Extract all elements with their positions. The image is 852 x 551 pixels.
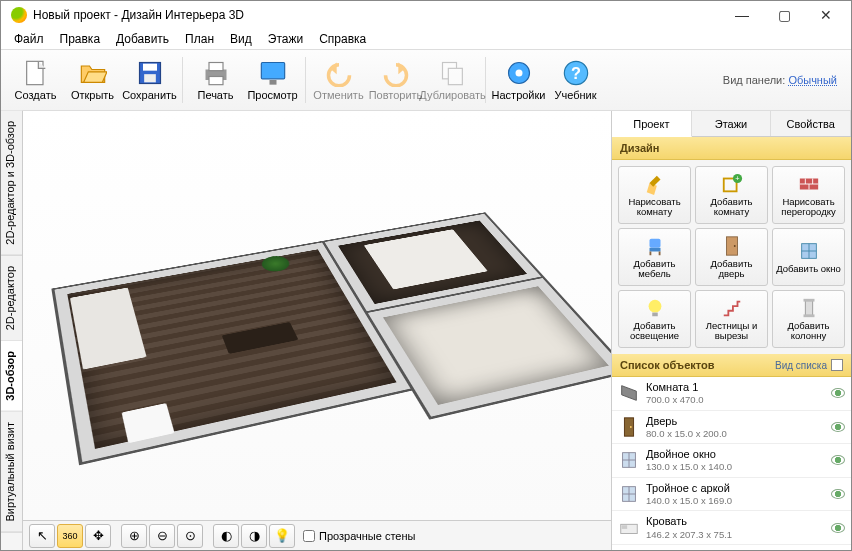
open-button[interactable]: Открыть	[64, 52, 121, 108]
monitor-icon	[259, 59, 287, 87]
tool-add-window[interactable]: Добавить окно	[772, 228, 845, 286]
window-icon	[798, 240, 820, 262]
tab-properties[interactable]: Свойства	[771, 111, 851, 136]
menu-floors[interactable]: Этажи	[261, 30, 310, 48]
object-name: Дверь	[646, 415, 825, 428]
tool-add-door[interactable]: Добавить дверь	[695, 228, 768, 286]
door-icon	[618, 416, 640, 438]
object-row[interactable]: Кровать146.2 x 207.3 x 75.1	[612, 511, 851, 545]
object-row[interactable]: Тройное с аркой140.0 x 15.0 x 169.0	[612, 478, 851, 512]
bulb-icon	[644, 297, 666, 319]
object-row[interactable]: Прикроватная тумба41.8 x 36.3 x 73.0	[612, 545, 851, 550]
redo-button[interactable]: Повторить	[367, 52, 424, 108]
svg-rect-5	[209, 63, 223, 71]
tool-draw-room[interactable]: Нарисовать комнату	[618, 166, 691, 224]
svg-rect-27	[803, 298, 814, 301]
render-mode-2[interactable]: ◑	[241, 524, 267, 548]
svg-rect-8	[269, 80, 276, 85]
svg-text:+: +	[735, 174, 739, 183]
object-dim: 130.0 x 15.0 x 140.0	[646, 461, 825, 472]
objects-header: Список объектов Вид списка	[612, 354, 851, 377]
tool-add-room[interactable]: +Добавить комнату	[695, 166, 768, 224]
svg-rect-26	[805, 300, 812, 315]
menu-view[interactable]: Вид	[223, 30, 259, 48]
right-panel: Проект Этажи Свойства Дизайн Нарисовать …	[611, 111, 851, 550]
menu-add[interactable]: Добавить	[109, 30, 176, 48]
duplicate-icon	[439, 59, 467, 87]
duplicate-button[interactable]: Дублировать	[424, 52, 481, 108]
maximize-button[interactable]: ▢	[763, 2, 805, 28]
3d-scene[interactable]	[23, 111, 611, 520]
redo-icon	[382, 59, 410, 87]
menu-edit[interactable]: Правка	[53, 30, 108, 48]
menu-help[interactable]: Справка	[312, 30, 373, 48]
zoom-fit[interactable]: ⊙	[177, 524, 203, 548]
pan-tool[interactable]: ✥	[85, 524, 111, 548]
help-button[interactable]: ?Учебник	[547, 52, 604, 108]
object-name: Прикроватная тумба	[646, 549, 825, 550]
orbit-tool[interactable]: 360	[57, 524, 83, 548]
tool-draw-wall[interactable]: Нарисовать перегородку	[772, 166, 845, 224]
lighting-tool[interactable]: 💡	[269, 524, 295, 548]
left-tabs: 2D-редактор и 3D-обзор 2D-редактор 3D-об…	[1, 111, 23, 550]
object-row[interactable]: Двойное окно130.0 x 15.0 x 140.0	[612, 444, 851, 478]
visibility-toggle[interactable]	[831, 422, 845, 432]
svg-rect-6	[209, 77, 223, 85]
list-icon[interactable]	[831, 359, 843, 371]
tab-2d3d[interactable]: 2D-редактор и 3D-обзор	[1, 111, 22, 256]
object-name: Двойное окно	[646, 448, 825, 461]
object-row[interactable]: Дверь80.0 x 15.0 x 200.0	[612, 411, 851, 445]
tab-2d[interactable]: 2D-редактор	[1, 256, 22, 341]
menu-plan[interactable]: План	[178, 30, 221, 48]
svg-point-24	[648, 299, 661, 312]
window-title: Новый проект - Дизайн Интерьера 3D	[33, 8, 244, 22]
svg-rect-10	[448, 68, 462, 84]
transparent-walls-checkbox[interactable]: Прозрачные стены	[303, 530, 415, 542]
cursor-tool[interactable]: ↖	[29, 524, 55, 548]
render-mode-1[interactable]: ◐	[213, 524, 239, 548]
save-icon	[136, 59, 164, 87]
tool-add-column[interactable]: Добавить колонну	[772, 290, 845, 348]
panel-mode-link[interactable]: Обычный	[788, 74, 837, 86]
titlebar: Новый проект - Дизайн Интерьера 3D — ▢ ✕	[1, 1, 851, 29]
undo-button[interactable]: Отменить	[310, 52, 367, 108]
svg-point-30	[630, 426, 632, 428]
object-row[interactable]: Комната 1700.0 x 470.0	[612, 377, 851, 411]
visibility-toggle[interactable]	[831, 523, 845, 533]
preview-button[interactable]: Просмотр	[244, 52, 301, 108]
menu-file[interactable]: Файл	[7, 30, 51, 48]
tab-floors[interactable]: Этажи	[692, 111, 772, 136]
view-list-link[interactable]: Вид списка	[775, 360, 827, 371]
close-button[interactable]: ✕	[805, 2, 847, 28]
minimize-button[interactable]: —	[721, 2, 763, 28]
object-dim: 700.0 x 470.0	[646, 394, 825, 405]
tab-virtual[interactable]: Виртуальный визит	[1, 412, 22, 533]
help-icon: ?	[562, 59, 590, 87]
printer-icon	[202, 59, 230, 87]
print-button[interactable]: Печать	[187, 52, 244, 108]
tool-add-furniture[interactable]: Добавить мебель	[618, 228, 691, 286]
svg-rect-7	[261, 63, 284, 79]
zoom-in[interactable]: ⊕	[121, 524, 147, 548]
undo-icon	[325, 59, 353, 87]
new-file-icon	[22, 59, 50, 87]
brick-icon	[798, 173, 820, 195]
stairs-icon	[721, 297, 743, 319]
tab-project[interactable]: Проект	[612, 111, 692, 137]
tool-add-light[interactable]: Добавить освещение	[618, 290, 691, 348]
visibility-toggle[interactable]	[831, 388, 845, 398]
svg-rect-19	[649, 238, 660, 247]
visibility-toggle[interactable]	[831, 455, 845, 465]
object-name: Кровать	[646, 515, 825, 528]
viewport: ↖ 360 ✥ ⊕ ⊖ ⊙ ◐ ◑ 💡 Прозрачные стены	[23, 111, 611, 550]
create-button[interactable]: Создать	[7, 52, 64, 108]
column-icon	[798, 297, 820, 319]
tab-3d[interactable]: 3D-обзор	[1, 341, 22, 412]
zoom-out[interactable]: ⊖	[149, 524, 175, 548]
bed-icon	[618, 517, 640, 539]
tool-stairs[interactable]: Лестницы и вырезы	[695, 290, 768, 348]
visibility-toggle[interactable]	[831, 489, 845, 499]
save-button[interactable]: Сохранить	[121, 52, 178, 108]
svg-point-22	[733, 245, 735, 247]
settings-button[interactable]: Настройки	[490, 52, 547, 108]
